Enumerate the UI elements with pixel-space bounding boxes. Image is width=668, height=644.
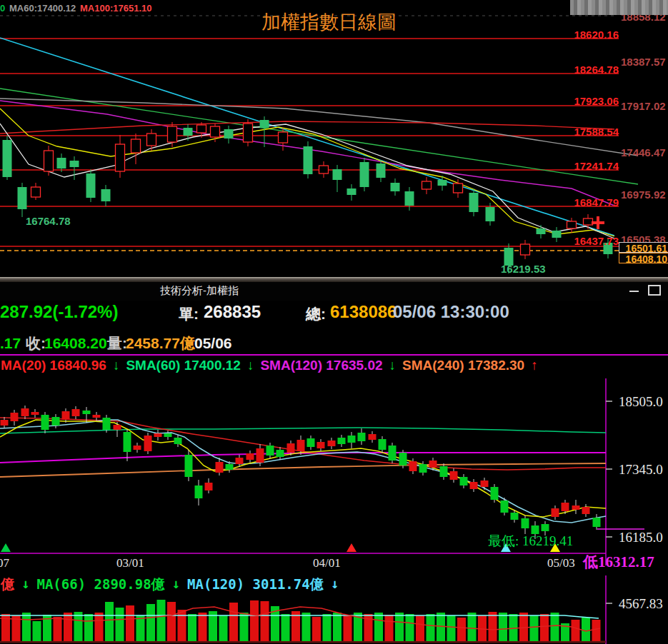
redacted-block	[570, 0, 668, 15]
chart-title: 加權指數日線圖	[261, 12, 397, 34]
ma-label-fragment: 0	[0, 4, 5, 14]
volume-ma120-value: MA(120) 3011.74億	[187, 575, 324, 594]
session-low-tag: 低16312.17	[583, 554, 654, 570]
sma20-value: MA(20) 16840.96	[1, 358, 106, 373]
x-axis-label: 05/03	[547, 557, 575, 570]
price-axis-label: 17917.02	[621, 101, 666, 113]
sma-indicator-row: MA(20) 16840.96 ↓ SMA(60) 17400.12 ↓ SMA…	[1, 358, 538, 373]
current-price-box: 16408.10	[619, 253, 668, 263]
volume-label: 量:	[107, 335, 127, 351]
lowest-price-annotation: 最低: 16219.41	[488, 534, 573, 549]
axis-label: 17345.0	[619, 463, 663, 478]
volume-arrow-down-icon: ↓	[21, 575, 29, 594]
x-axis-label: 04/01	[313, 557, 341, 570]
window-title: 技術分析-加權指	[160, 284, 239, 298]
price-fragment: .17	[0, 335, 21, 351]
volume-indicator-row: 億 ↓ MA(66) 2890.98億 ↓ MA(120) 3011.74億 ↓	[1, 575, 339, 594]
low-annotation-left: 16764.78	[26, 216, 71, 228]
price-level-label: 18264.78	[562, 64, 619, 76]
price-axis-label: 17446.47	[621, 147, 666, 159]
window-separator	[0, 277, 668, 282]
ma60-label: MA60:17400.12	[9, 4, 76, 14]
datetime: 05/06 13:30:00	[393, 303, 509, 321]
price-level-label: 18620.16	[562, 29, 619, 41]
unit-volume: 268835	[204, 303, 261, 321]
volume-axis-label: 4567.83	[619, 597, 663, 612]
volume-ma66-value: MA(66) 2890.98億	[36, 575, 164, 594]
price-level-label: 17588.54	[562, 126, 619, 139]
unit-label: 單:	[179, 306, 199, 322]
low-annotation-bottom: 16219.53	[501, 263, 546, 276]
date-value: 05/06	[194, 335, 232, 351]
axis-label: 16185.0	[619, 530, 663, 545]
total-label: 總:	[306, 306, 326, 322]
maximize-icon[interactable]	[648, 285, 661, 296]
change-value: 287.92(-1.72%)	[0, 303, 118, 321]
sma60-value: SMA(60) 17400.12	[126, 358, 241, 373]
sma120-arrow-down-icon: ↓	[389, 358, 397, 373]
x-axis-label: 07	[0, 557, 9, 570]
sma120-value: SMA(120) 17635.02	[260, 358, 382, 373]
sma240-value: SMA(240) 17382.30	[402, 358, 524, 373]
ma100-label: MA100:17651.10	[80, 4, 151, 14]
volume-unit-fragment: 億	[1, 575, 14, 594]
trading-app-window: 0 MA60:17400.12 MA100:17651.10 加權指數日線圖 1…	[0, 0, 668, 644]
price-axis-label: 16975.92	[621, 189, 666, 201]
volume-ma120-arrow-down-icon: ↓	[331, 575, 339, 594]
price-axis-label: 18387.57	[621, 56, 666, 69]
window-titlebar[interactable]: 技術分析-加權指	[0, 282, 668, 301]
sma20-arrow-down-icon: ↓	[113, 358, 120, 373]
sma240-arrow-up-icon: ↑	[531, 358, 538, 373]
price-level-label: 16847.79	[562, 197, 619, 209]
x-axis-label: 03/01	[116, 557, 144, 570]
last-price-box: 16501.61	[619, 242, 668, 253]
close-value: 16408.20	[44, 335, 107, 351]
minimize-icon[interactable]	[629, 291, 639, 292]
volume-ma66-arrow-down-icon: ↓	[172, 575, 180, 594]
price-level-label: 17241.74	[562, 161, 619, 173]
price-level-label: 16437.73	[562, 236, 619, 248]
volume-value: 2458.77億	[126, 335, 195, 351]
price-level-label: 17923.06	[562, 96, 619, 108]
axis-label: 18505.0	[619, 395, 663, 410]
sma60-arrow-down-icon: ↓	[247, 358, 254, 373]
close-label: 收:	[26, 335, 46, 351]
total-volume: 6138086	[330, 303, 397, 321]
